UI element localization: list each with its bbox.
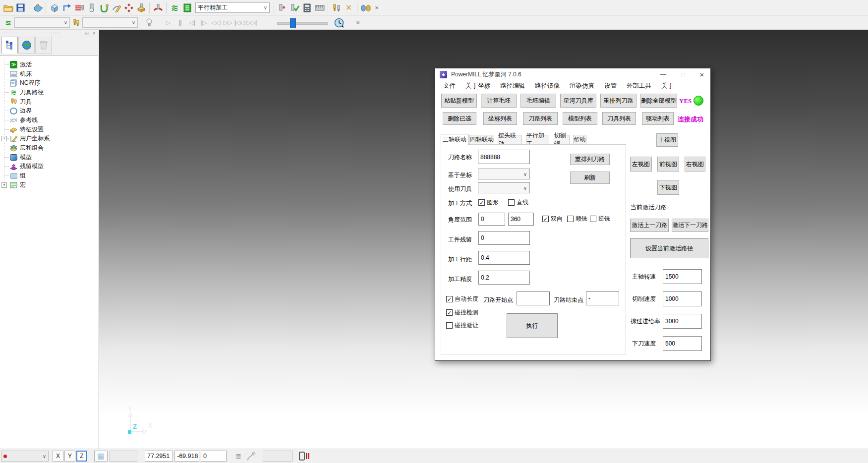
- tree-item-nc-programs[interactable]: NC程序: [0, 78, 98, 88]
- tool-change-icon[interactable]: [330, 2, 343, 14]
- view-left-button[interactable]: 左视图: [630, 157, 652, 172]
- tool-check-icon[interactable]: [289, 2, 301, 14]
- feed-rate-icon[interactable]: [73, 2, 85, 14]
- save-project-icon[interactable]: [14, 2, 27, 14]
- grid-snap-button[interactable]: ▦: [94, 451, 108, 462]
- close-panel-icon[interactable]: ×: [91, 30, 97, 36]
- tab-3axis[interactable]: 三轴联动: [441, 134, 468, 145]
- go-to-end-button[interactable]: ▷▷|: [245, 17, 257, 28]
- end-point-input[interactable]: [586, 291, 619, 305]
- collision-avoid-checkbox[interactable]: 碰撞避让: [446, 321, 478, 330]
- step-back-button[interactable]: ◁|: [186, 17, 198, 28]
- slider-handle[interactable]: [290, 18, 296, 28]
- tab-help[interactable]: 帮助: [573, 135, 586, 144]
- grid-size-field[interactable]: [110, 451, 137, 462]
- menu-coordinates[interactable]: 关于坐标: [461, 80, 495, 91]
- tree-item-boundaries[interactable]: 边界: [0, 106, 98, 116]
- pattern-pencil-icon[interactable]: [110, 2, 122, 14]
- simulation-toolpath-combo[interactable]: ∨: [14, 17, 70, 28]
- tab-explorer-web[interactable]: [18, 37, 35, 54]
- spindle-speed-input[interactable]: [663, 269, 702, 284]
- paste-new-model-button[interactable]: 粘贴新模型: [441, 94, 477, 108]
- angle-to-input[interactable]: [508, 213, 534, 226]
- block-edit-button[interactable]: 毛坯编辑: [521, 94, 556, 108]
- set-active-path-button[interactable]: 设置当前激活路径: [630, 238, 708, 258]
- coord-list-button[interactable]: 坐标列表: [483, 112, 517, 125]
- skim-feed-input[interactable]: [663, 314, 702, 329]
- compute-block-button[interactable]: 计算毛坯: [481, 94, 517, 108]
- view-top-button[interactable]: 上视图: [656, 133, 678, 147]
- ruler-icon[interactable]: [313, 2, 326, 14]
- activate-prev-toolpath-button[interactable]: 激活上一刀路: [630, 219, 669, 232]
- tab-explorer-tree[interactable]: [1, 37, 18, 54]
- menu-file[interactable]: 文件: [438, 80, 461, 91]
- menu-path-edit[interactable]: 路径编辑: [495, 80, 530, 91]
- conventional-mill-checkbox[interactable]: 逆铣: [590, 215, 610, 223]
- play-button[interactable]: ▷: [162, 17, 174, 28]
- view-front-button[interactable]: 前视图: [657, 157, 679, 172]
- toolpath-list-button[interactable]: 刀路列表: [523, 112, 558, 125]
- clock-icon[interactable]: [333, 17, 345, 29]
- stepover-input[interactable]: [478, 251, 530, 265]
- tree-item-macros[interactable]: + 宏: [0, 180, 98, 190]
- go-to-start-button[interactable]: |◁◁: [233, 17, 245, 28]
- tree-item-models[interactable]: 模型: [0, 153, 98, 162]
- tree-item-patterns[interactable]: 参考线: [0, 116, 98, 125]
- climb-mill-checkbox[interactable]: 顺铣: [567, 215, 587, 223]
- toolpath-icon[interactable]: ≋: [169, 2, 181, 14]
- block-icon[interactable]: [48, 2, 60, 14]
- tree-item-machine-tools[interactable]: 机床: [0, 69, 98, 79]
- tool-list-button[interactable]: 刀具列表: [602, 112, 636, 125]
- cursor-y-field[interactable]: -69.918: [174, 451, 199, 462]
- minimize-button[interactable]: —: [655, 68, 672, 80]
- float-panel-icon[interactable]: ⊡: [83, 30, 90, 36]
- tolerance-input[interactable]: [478, 271, 530, 285]
- bidirectional-checkbox[interactable]: ✓ 双向: [542, 215, 563, 223]
- speed-slider[interactable]: [277, 18, 327, 28]
- refresh-button[interactable]: 刷新: [570, 172, 610, 184]
- close-toolbar-button[interactable]: ×: [353, 18, 363, 28]
- tool-holder-icon[interactable]: [152, 2, 164, 14]
- measure-field[interactable]: [263, 451, 292, 462]
- delete-selected-button[interactable]: 删除已选: [443, 112, 476, 125]
- coordinate-readout-icon[interactable]: ≣: [233, 451, 244, 462]
- model-list-button[interactable]: 模型列表: [563, 112, 597, 125]
- tool-ballnose-icon[interactable]: [85, 2, 98, 14]
- angle-from-input[interactable]: [478, 213, 505, 226]
- drive-list-button[interactable]: 驱动列表: [642, 112, 674, 125]
- tree-item-stock-models[interactable]: 残留模型: [0, 162, 98, 172]
- toolpath-connections-icon[interactable]: [60, 2, 73, 14]
- menu-settings[interactable]: 设置: [599, 80, 622, 91]
- mode-circle-checkbox[interactable]: ✓ 圆形: [478, 198, 499, 207]
- tool-library-button[interactable]: 星河刀具库: [560, 94, 596, 108]
- calculator-icon[interactable]: [301, 2, 313, 14]
- pause-button[interactable]: ||: [174, 17, 186, 28]
- expand-icon[interactable]: +: [1, 182, 7, 188]
- open-project-icon[interactable]: [2, 2, 14, 14]
- teapot-demo-icon[interactable]: [31, 2, 44, 14]
- tree-item-workplanes[interactable]: + 用户坐标系: [0, 134, 98, 144]
- rearrange-toolpaths-button[interactable]: 重排列刀路: [600, 94, 637, 108]
- search-forward-button[interactable]: ▷▷: [222, 17, 233, 28]
- cursor-z-field[interactable]: 0: [201, 451, 227, 462]
- tree-item-levels-sets[interactable]: 层和组合: [0, 143, 98, 153]
- cutting-feed-input[interactable]: [663, 291, 702, 306]
- view-right-button[interactable]: 右视图: [685, 157, 705, 172]
- maximize-button[interactable]: □: [675, 68, 692, 80]
- mode-line-checkbox[interactable]: 直线: [508, 198, 528, 207]
- workplane-combo[interactable]: ∨: [1, 451, 49, 462]
- tab-swivel-head[interactable]: 摆头联动: [498, 135, 522, 144]
- menu-external-tools[interactable]: 外部工具: [622, 80, 656, 91]
- expand-icon[interactable]: +: [1, 136, 7, 141]
- start-point-input[interactable]: [517, 291, 550, 305]
- tree-item-activate[interactable]: ≫ 激活: [0, 60, 98, 69]
- execute-button[interactable]: 执行: [507, 313, 558, 338]
- lamp-icon[interactable]: [143, 17, 155, 29]
- measure-axis-icon[interactable]: [246, 451, 258, 462]
- activate-next-toolpath-button[interactable]: 激活下一刀路: [672, 219, 708, 232]
- menu-path-mirror[interactable]: 路径镜像: [530, 80, 565, 91]
- blocks-pair-icon[interactable]: [359, 2, 372, 14]
- tree-item-tools[interactable]: 刀具: [0, 97, 98, 107]
- collision-check-checkbox[interactable]: ✓ 碰撞检测: [446, 308, 478, 317]
- menu-render-sim[interactable]: 渲染仿真: [565, 80, 599, 91]
